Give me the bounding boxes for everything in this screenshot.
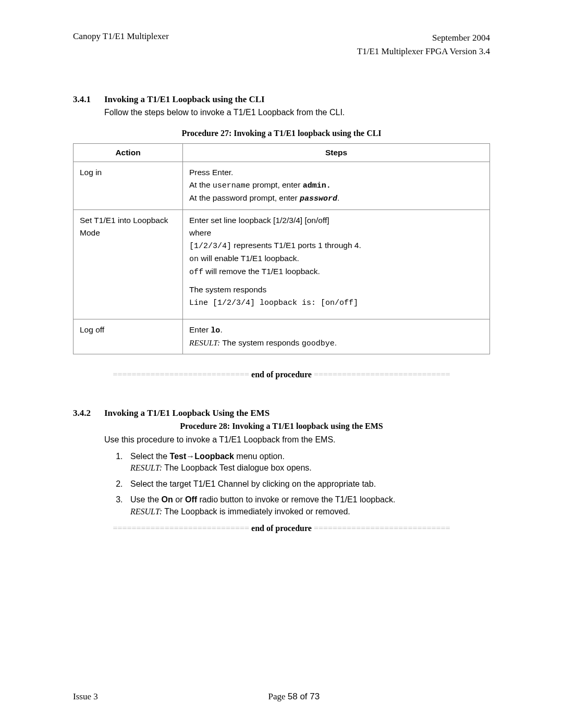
steps-cell: Enter lo. RESULT: The system responds go… bbox=[183, 319, 490, 354]
page-header: Canopy T1/E1 Multiplexer September 2004 … bbox=[73, 31, 490, 58]
section-heading-1: 3.4.1 Invoking a T1/E1 Loopback using th… bbox=[73, 94, 490, 105]
table-header-row: Action Steps bbox=[74, 144, 490, 162]
footer-center: Page 58 of 73 bbox=[268, 692, 320, 702]
action-cell: Log off bbox=[74, 319, 183, 354]
table-row: Set T1/E1 into Loopback Mode Enter set l… bbox=[74, 209, 490, 319]
end-of-procedure-2: ============================= end of pro… bbox=[73, 524, 490, 533]
steps-cell: Enter set line loopback [1/2/3/4] [on/of… bbox=[183, 209, 490, 319]
page-footer: Issue 3 Page 58 of 73 bbox=[73, 692, 490, 702]
list-item: Use the On or Off radio button to invoke… bbox=[125, 494, 490, 517]
col-header-action: Action bbox=[74, 144, 183, 162]
section-heading-2: 3.4.2 Invoking a T1/E1 Loopback Using th… bbox=[73, 408, 490, 418]
header-date: September 2004 bbox=[357, 31, 490, 45]
end-of-procedure-1: ============================= end of pro… bbox=[73, 370, 490, 379]
section-title-2: Invoking a T1/E1 Loopback Using the EMS bbox=[104, 408, 270, 418]
procedure-table: Action Steps Log in Press Enter. At the … bbox=[73, 143, 490, 354]
footer-left: Issue 3 bbox=[73, 692, 98, 702]
col-header-steps: Steps bbox=[183, 144, 490, 162]
header-left: Canopy T1/E1 Multiplexer bbox=[73, 31, 169, 58]
section-title-1: Invoking a T1/E1 Loopback using the CLI bbox=[104, 94, 265, 105]
procedure-title-28: Procedure 28: Invoking a T1/E1 loopback … bbox=[73, 422, 490, 431]
ordered-steps: Select the Test→Loopback menu option. RE… bbox=[125, 451, 490, 517]
table-row: Log off Enter lo. RESULT: The system res… bbox=[74, 319, 490, 354]
procedure-title-27: Procedure 27: Invoking a T1/E1 loopback … bbox=[73, 129, 490, 138]
list-item: Select the target T1/E1 Channel by click… bbox=[125, 478, 490, 490]
steps-cell: Press Enter. At the username prompt, ent… bbox=[183, 162, 490, 210]
section-intro-2: Use this procedure to invoke a T1/E1 Loo… bbox=[104, 435, 490, 445]
header-version: T1/E1 Multiplexer FPGA Version 3.4 bbox=[357, 45, 490, 58]
header-right: September 2004 T1/E1 Multiplexer FPGA Ve… bbox=[357, 31, 490, 58]
table-row: Log in Press Enter. At the username prom… bbox=[74, 162, 490, 210]
action-cell: Set T1/E1 into Loopback Mode bbox=[74, 209, 183, 319]
section-number-1: 3.4.1 bbox=[73, 94, 104, 105]
list-item: Select the Test→Loopback menu option. RE… bbox=[125, 451, 490, 474]
action-cell: Log in bbox=[74, 162, 183, 210]
section-intro-1: Follow the steps below to invoke a T1/E1… bbox=[104, 108, 490, 117]
section-number-2: 3.4.2 bbox=[73, 408, 104, 418]
